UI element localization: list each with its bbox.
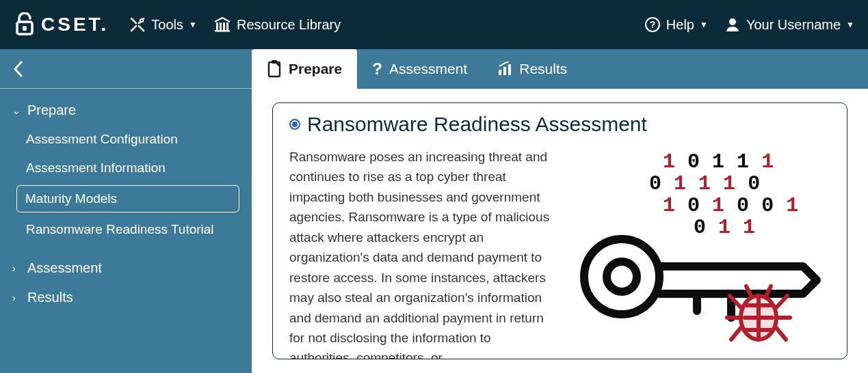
- caret-down-icon: ▼: [189, 20, 197, 29]
- sidebar-item-maturity-models[interactable]: Maturity Models: [16, 185, 239, 212]
- svg-text:0 1  1  1 0: 0 1 1 1 0: [649, 172, 760, 195]
- svg-point-10: [729, 18, 736, 25]
- clipboard-icon: [267, 60, 282, 78]
- top-navbar: CSET. Tools ▼ Resource Library ? Help ▼: [0, 0, 868, 49]
- svg-rect-7: [215, 30, 230, 32]
- svg-point-20: [584, 239, 659, 314]
- username-label: Your Username: [746, 17, 841, 33]
- library-icon: [213, 16, 231, 33]
- sidebar: ⌄ Prepare Assessment Configuration Asses…: [0, 49, 252, 373]
- card-title-row: Ransomware Readiness Assessment: [289, 113, 830, 136]
- tab-label: Prepare: [289, 61, 342, 77]
- card-title: Ransomware Readiness Assessment: [307, 113, 647, 136]
- caret-down-icon: ▼: [700, 20, 708, 29]
- help-icon: ?: [644, 16, 661, 33]
- svg-rect-13: [499, 70, 501, 75]
- sidebar-item-assessment-information[interactable]: Assessment Information: [0, 154, 252, 182]
- brand-text: CSET.: [41, 14, 109, 36]
- tab-label: Results: [519, 61, 567, 77]
- sidebar-group-label: Results: [27, 290, 73, 305]
- svg-point-21: [607, 262, 637, 292]
- svg-rect-15: [508, 64, 511, 75]
- svg-rect-1: [23, 26, 27, 31]
- tab-assessment[interactable]: ? Assessment: [357, 49, 482, 89]
- maturity-model-card: Ransomware Readiness Assessment Ransomwa…: [272, 102, 847, 359]
- sidebar-item-assessment-configuration[interactable]: Assessment Configuration: [0, 125, 252, 154]
- tab-label: Assessment: [389, 61, 467, 77]
- sidebar-group-label: Prepare: [27, 102, 76, 118]
- sidebar-group-label: Assessment: [27, 260, 102, 276]
- user-icon: [724, 16, 741, 33]
- svg-text:1 0 1 1  1: 1 0 1 1 1: [663, 150, 774, 174]
- user-menu[interactable]: Your Username ▼: [724, 16, 854, 33]
- help-label: Help: [666, 17, 694, 33]
- svg-rect-3: [216, 23, 218, 30]
- chevron-right-icon: ›: [12, 292, 22, 303]
- svg-rect-5: [223, 23, 225, 30]
- sidebar-group-results[interactable]: › Results: [0, 283, 252, 312]
- tools-label: Tools: [151, 17, 183, 33]
- card-description: Ransomware poses an increasing threat an…: [289, 147, 557, 359]
- sidebar-item-ransomware-tutorial[interactable]: Ransomware Readiness Tutorial: [0, 215, 252, 244]
- chevron-left-icon: [12, 60, 25, 78]
- tools-icon: [129, 16, 146, 33]
- resource-library-label: Resource Library: [237, 17, 341, 33]
- sidebar-collapse-button[interactable]: [0, 49, 252, 89]
- tab-results[interactable]: Results: [482, 49, 582, 89]
- sidebar-group-prepare[interactable]: ⌄ Prepare: [0, 96, 252, 125]
- content-area: Prepare ? Assessment Results Ra: [252, 49, 868, 373]
- svg-rect-14: [503, 67, 506, 75]
- tab-bar: Prepare ? Assessment Results: [252, 49, 868, 89]
- tools-menu[interactable]: Tools ▼: [129, 16, 197, 33]
- svg-rect-4: [220, 23, 222, 30]
- brand-logo[interactable]: CSET.: [14, 12, 109, 37]
- svg-rect-6: [226, 23, 228, 30]
- ransomware-illustration: 1 0 1 1 1 0 1 1 1 0 1 0 1 0 0 1 0 1 1: [570, 147, 830, 359]
- question-icon: ?: [372, 59, 382, 79]
- svg-text:1 0 1 0  0 1: 1 0 1 0 0 1: [663, 194, 798, 217]
- chevron-down-icon: ⌄: [12, 105, 22, 116]
- svg-text:0    1  1: 0 1 1: [694, 216, 755, 239]
- svg-point-2: [140, 19, 143, 22]
- caret-down-icon: ▼: [846, 20, 854, 29]
- svg-text:?: ?: [650, 19, 656, 30]
- chevron-right-icon: ›: [12, 263, 22, 274]
- resource-library-link[interactable]: Resource Library: [213, 16, 341, 33]
- lock-icon: [14, 12, 36, 37]
- radio-selected-icon[interactable]: [289, 119, 300, 130]
- sidebar-group-assessment[interactable]: › Assessment: [0, 253, 252, 283]
- chart-icon: [497, 61, 512, 77]
- help-menu[interactable]: ? Help ▼: [644, 16, 708, 33]
- tab-prepare[interactable]: Prepare: [252, 49, 357, 89]
